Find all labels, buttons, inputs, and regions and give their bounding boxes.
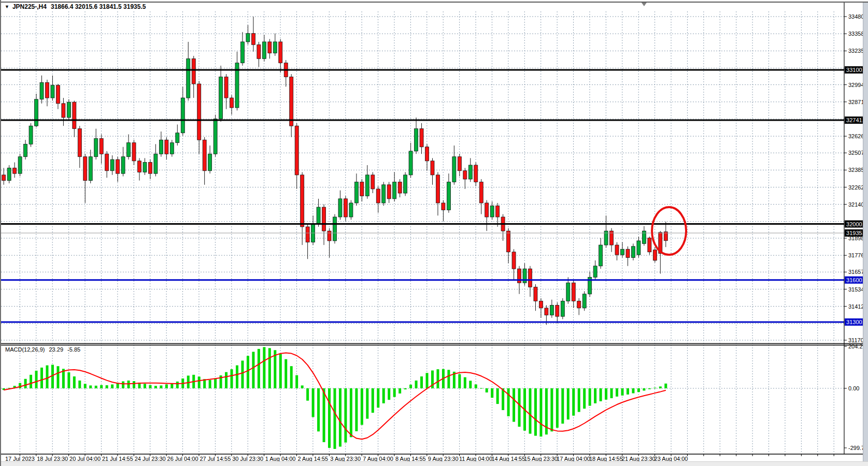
candle	[121, 157, 125, 173]
macd-histogram-bar	[621, 388, 624, 396]
candle	[295, 126, 298, 175]
macd-name: MACD(12,26,9)	[5, 346, 45, 353]
candle	[116, 159, 120, 173]
candle	[631, 246, 635, 258]
candle	[230, 98, 234, 108]
candle	[485, 203, 489, 217]
macd-main-value: 23.29	[49, 346, 63, 353]
macd-histogram-bar	[258, 349, 260, 388]
candle	[550, 305, 553, 315]
candle	[13, 168, 17, 173]
candle	[138, 161, 141, 172]
macd-histogram-bar	[84, 384, 87, 388]
macd-histogram-bar	[567, 388, 570, 419]
candle	[73, 102, 76, 128]
macd-histogram-bar	[458, 374, 461, 388]
macd-histogram-bar	[572, 388, 575, 416]
candle	[159, 140, 163, 154]
candle	[354, 182, 358, 203]
candle	[2, 175, 6, 181]
candle	[333, 217, 336, 241]
macd-histogram-bar	[605, 388, 607, 400]
candle	[165, 140, 168, 154]
macd-histogram-bar	[393, 388, 396, 397]
candle	[40, 82, 44, 99]
window-right-edge	[863, 0, 868, 466]
macd-histogram-bar	[328, 388, 331, 448]
candle	[534, 287, 537, 301]
macd-histogram-bar	[133, 381, 135, 388]
macd-histogram-bar	[388, 388, 390, 400]
macd-histogram-bar	[529, 388, 531, 434]
chart-canvas[interactable]: 33480.533358.033235.532994.032871.532626…	[1, 0, 868, 466]
macd-histogram-bar	[475, 384, 477, 388]
macd-histogram-bar	[637, 388, 640, 392]
macd-histogram-bar	[154, 386, 157, 388]
candle	[648, 238, 651, 252]
macd-histogram-bar	[198, 376, 201, 388]
candle	[127, 143, 131, 157]
candle	[382, 185, 386, 203]
candle	[431, 161, 434, 175]
candle	[18, 157, 22, 173]
macd-histogram-bar	[122, 382, 124, 388]
macd-histogram-bar	[290, 366, 293, 388]
macd-histogram-bar	[447, 370, 450, 388]
candle	[290, 77, 293, 126]
macd-pane	[1, 347, 844, 449]
candle	[349, 203, 353, 217]
macd-histogram-bar	[279, 354, 282, 388]
macd-histogram-bar	[653, 388, 656, 388]
candle	[262, 42, 266, 59]
candle	[224, 77, 228, 98]
candle	[83, 157, 87, 181]
highlight-circle-annotation[interactable]	[652, 207, 686, 255]
macd-histogram-bar	[30, 375, 32, 388]
candle	[132, 143, 136, 161]
candle	[539, 301, 543, 308]
candle	[197, 84, 201, 140]
candle	[338, 199, 342, 217]
candle	[154, 154, 158, 173]
macd-histogram-bar	[40, 368, 43, 388]
macd-histogram-bar	[127, 381, 130, 388]
macd-histogram-bar	[19, 383, 21, 388]
symbol-dropdown-icon[interactable]: ▼	[5, 4, 9, 9]
macd-histogram-bar	[176, 382, 179, 388]
chart-symbol-timeframe: JPN225-,H4	[12, 3, 47, 10]
candle	[29, 126, 33, 144]
candle	[35, 99, 38, 126]
macd-histogram-bar	[355, 388, 358, 431]
candle	[56, 85, 60, 104]
macd-histogram-bar	[436, 369, 439, 388]
macd-histogram-bar	[502, 388, 504, 410]
macd-histogram-bar	[149, 385, 151, 388]
macd-histogram-bar	[627, 388, 629, 395]
macd-histogram-bar	[231, 369, 233, 388]
candle	[192, 59, 195, 84]
macd-signal-value: -5.85	[67, 346, 80, 353]
chart-shift-marker[interactable]	[642, 3, 647, 6]
candle	[599, 245, 603, 266]
candle	[306, 227, 309, 242]
candle	[593, 266, 597, 278]
macd-histogram-bar	[664, 384, 667, 388]
candle	[463, 171, 467, 179]
candle	[181, 98, 184, 133]
annotations	[642, 3, 686, 255]
candle	[582, 294, 586, 308]
macd-histogram-bar	[399, 388, 401, 394]
macd-histogram-bar	[600, 388, 602, 401]
candle	[556, 305, 559, 316]
candle	[371, 175, 375, 189]
candle	[507, 231, 510, 252]
candle	[219, 77, 223, 119]
macd-histogram-bar	[659, 386, 662, 388]
macd-histogram-bar	[209, 380, 211, 388]
candle	[420, 129, 423, 147]
macd-histogram-bar	[225, 372, 227, 388]
candle	[62, 104, 65, 118]
candle	[99, 139, 103, 154]
candle	[490, 206, 494, 217]
macd-histogram-bar	[480, 388, 482, 389]
